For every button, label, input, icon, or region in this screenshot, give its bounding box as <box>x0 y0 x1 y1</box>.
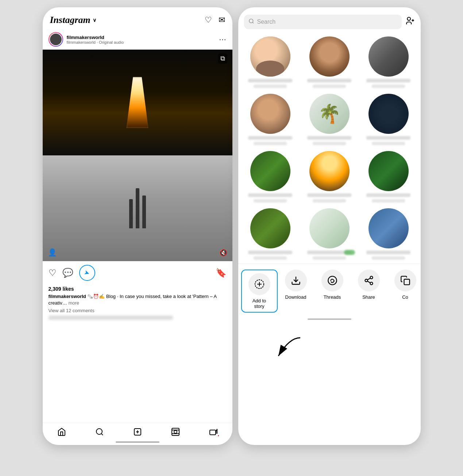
svg-line-25 <box>367 281 370 283</box>
svg-rect-9 <box>210 430 216 435</box>
svg-point-21 <box>328 276 336 285</box>
svg-point-24 <box>370 282 373 285</box>
avatar <box>309 208 350 248</box>
bar-3 <box>142 196 146 228</box>
people-grid: 🌴 <box>238 33 421 263</box>
nav-search-button[interactable] <box>95 427 104 436</box>
person-handle <box>313 142 346 145</box>
person-name <box>366 136 411 140</box>
avatar-image <box>49 33 62 46</box>
like-button[interactable]: ♡ <box>49 268 57 278</box>
person-handle <box>313 256 346 260</box>
avatar <box>250 151 290 191</box>
avatar: 🌴 <box>309 94 350 134</box>
bar-1 <box>129 199 133 228</box>
list-item[interactable] <box>302 208 357 260</box>
nav-home-button[interactable] <box>57 427 66 436</box>
person-name <box>248 193 293 197</box>
right-phone: Search 🌴 <box>238 7 421 445</box>
avatar[interactable] <box>49 32 63 47</box>
person-name <box>307 136 352 140</box>
share-actions-row: Add tostory Download Threads <box>238 263 421 316</box>
copy-label: Co <box>402 294 408 300</box>
nav-profile-button[interactable] <box>209 427 218 436</box>
list-item[interactable] <box>243 151 298 202</box>
person-handle <box>372 85 405 88</box>
post-image: ⧉ 👤 🔇 <box>43 50 232 261</box>
share-button[interactable]: ➤ <box>79 265 95 281</box>
add-to-story-label: Add tostory <box>252 298 266 309</box>
send-icon: ➤ <box>83 268 91 278</box>
more-options-button[interactable]: ⋯ <box>219 35 227 44</box>
avatar <box>309 151 350 191</box>
avatar <box>369 36 409 77</box>
person-handle <box>254 256 287 260</box>
view-comments-link[interactable]: View all 12 comments <box>49 308 227 313</box>
person-name <box>366 79 411 82</box>
mute-icon[interactable]: 🔇 <box>219 249 227 257</box>
share-action-button[interactable]: Share <box>351 270 387 313</box>
user-text: filmmakersworld filmmakersworld · Origin… <box>67 35 124 44</box>
search-bar[interactable]: Search <box>244 15 402 29</box>
add-to-story-button[interactable]: Add tostory <box>241 270 278 313</box>
post-header: filmmakersworld filmmakersworld · Origin… <box>43 29 232 50</box>
list-item[interactable] <box>243 94 298 145</box>
person-name <box>307 251 352 254</box>
reel-icon: ⧉ <box>218 53 227 64</box>
svg-point-22 <box>370 276 373 279</box>
download-button[interactable]: Download <box>278 270 314 313</box>
list-item[interactable] <box>302 151 357 202</box>
nav-add-button[interactable] <box>133 427 142 436</box>
light-figure <box>127 77 148 128</box>
list-item[interactable] <box>243 36 298 88</box>
download-label: Download <box>285 294 306 300</box>
avatar <box>369 208 409 248</box>
list-item[interactable] <box>243 208 298 260</box>
threads-icon-circle <box>321 270 343 291</box>
person-name <box>366 251 411 254</box>
left-phone: Instagram ∨ ♡ ✉ filmmakersworld filmmake… <box>43 7 232 445</box>
post-info: 2,309 likes filmmakersworld 🗞️⏰✍️ Blog ·… <box>43 285 232 325</box>
search-icon <box>248 18 254 26</box>
tag-person-icon[interactable]: 👤 <box>48 248 57 257</box>
logo-chevron-icon[interactable]: ∨ <box>93 17 96 23</box>
bar-2 <box>136 188 139 228</box>
list-item[interactable] <box>361 151 416 202</box>
caption-username[interactable]: filmmakersworld <box>49 294 86 299</box>
list-item[interactable] <box>361 208 416 260</box>
list-item[interactable] <box>361 36 416 88</box>
threads-label: Threads <box>324 294 341 300</box>
post-username[interactable]: filmmakersworld <box>67 35 124 40</box>
svg-line-12 <box>252 22 254 23</box>
person-handle <box>313 199 346 202</box>
messenger-button[interactable]: ✉ <box>219 15 225 25</box>
person-name <box>248 79 293 82</box>
svg-line-1 <box>101 434 103 435</box>
list-item[interactable] <box>302 36 357 88</box>
share-label: Share <box>362 294 375 300</box>
svg-rect-27 <box>404 279 409 285</box>
list-item[interactable]: 🌴 <box>302 94 357 145</box>
copy-button[interactable]: Co <box>387 270 421 313</box>
nav-reels-button[interactable] <box>171 427 180 436</box>
logo-text: Instagram <box>50 15 90 26</box>
svg-line-26 <box>367 278 370 280</box>
post-actions-left: ♡ 💬 ➤ <box>49 265 95 281</box>
avatar <box>369 94 409 134</box>
more-link[interactable]: more <box>68 300 79 306</box>
svg-point-6 <box>174 430 177 433</box>
list-item[interactable] <box>361 94 416 145</box>
person-name <box>366 193 411 197</box>
svg-marker-10 <box>216 429 217 433</box>
heart-button[interactable]: ♡ <box>205 15 212 25</box>
avatar <box>250 36 290 77</box>
add-people-button[interactable] <box>405 16 415 28</box>
comment-button[interactable]: 💬 <box>62 268 73 278</box>
vertical-bars <box>129 188 146 228</box>
search-header: Search <box>238 7 421 33</box>
svg-point-23 <box>365 279 367 282</box>
post-image-top: ⧉ <box>43 50 232 155</box>
bookmark-button[interactable]: 🔖 <box>216 268 227 278</box>
threads-button[interactable]: Threads <box>314 270 351 313</box>
svg-rect-5 <box>172 428 179 436</box>
